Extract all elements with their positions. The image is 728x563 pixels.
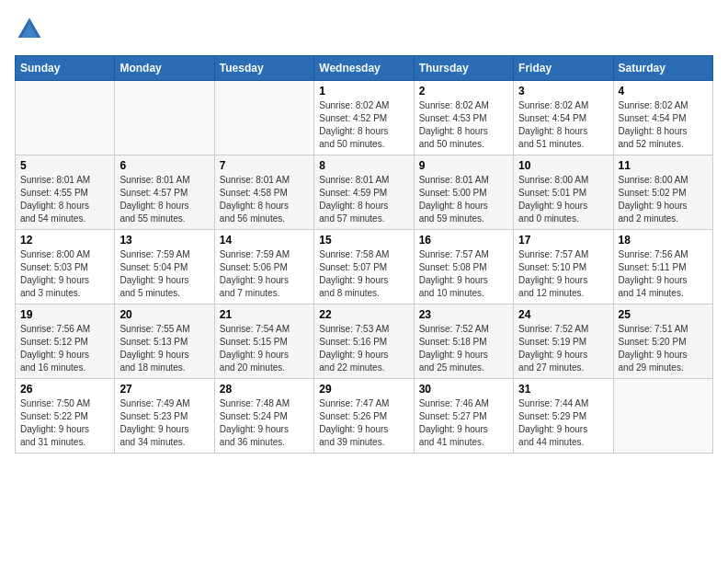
day-number: 11 [619,159,708,172]
day-info: Sunrise: 7:50 AM Sunset: 5:22 PM Dayligh… [20,397,109,449]
day-info: Sunrise: 8:01 AM Sunset: 4:57 PM Dayligh… [119,174,209,225]
calendar-cell: 19Sunrise: 7:56 AM Sunset: 5:12 PM Dayli… [16,304,115,379]
day-info: Sunrise: 7:46 AM Sunset: 5:27 PM Dayligh… [419,397,508,449]
day-info: Sunrise: 7:52 AM Sunset: 5:19 PM Dayligh… [518,323,608,374]
calendar-cell: 29Sunrise: 7:47 AM Sunset: 5:26 PM Dayli… [314,379,414,454]
day-of-week-header: Wednesday [314,56,414,81]
day-info: Sunrise: 7:49 AM Sunset: 5:23 PM Dayligh… [119,397,209,449]
calendar-cell: 3Sunrise: 8:02 AM Sunset: 4:54 PM Daylig… [514,81,613,155]
day-info: Sunrise: 7:59 AM Sunset: 5:04 PM Dayligh… [119,248,209,300]
day-number: 16 [419,234,508,247]
calendar-cell: 27Sunrise: 7:49 AM Sunset: 5:23 PM Dayli… [115,379,214,454]
day-info: Sunrise: 7:44 AM Sunset: 5:29 PM Dayligh… [518,397,608,449]
calendar-cell: 12Sunrise: 8:00 AM Sunset: 5:03 PM Dayli… [16,230,115,304]
calendar-cell: 25Sunrise: 7:51 AM Sunset: 5:20 PM Dayli… [613,304,712,379]
day-number: 17 [518,234,608,247]
calendar-cell: 6Sunrise: 8:01 AM Sunset: 4:57 PM Daylig… [115,155,214,230]
day-info: Sunrise: 7:52 AM Sunset: 5:18 PM Dayligh… [419,323,508,374]
day-of-week-header: Tuesday [214,56,313,81]
day-info: Sunrise: 7:48 AM Sunset: 5:24 PM Dayligh… [220,397,309,449]
day-info: Sunrise: 8:02 AM Sunset: 4:52 PM Dayligh… [319,99,408,151]
day-number: 6 [119,159,209,172]
day-info: Sunrise: 7:51 AM Sunset: 5:20 PM Dayligh… [619,323,708,374]
calendar-cell: 2Sunrise: 8:02 AM Sunset: 4:53 PM Daylig… [414,81,513,155]
day-of-week-header: Friday [514,56,613,81]
day-info: Sunrise: 7:53 AM Sunset: 5:16 PM Dayligh… [319,323,408,374]
calendar-cell: 7Sunrise: 8:01 AM Sunset: 4:58 PM Daylig… [214,155,313,230]
page-header [15,15,713,44]
calendar-week-row: 26Sunrise: 7:50 AM Sunset: 5:22 PM Dayli… [16,379,713,454]
calendar-cell: 8Sunrise: 8:01 AM Sunset: 4:59 PM Daylig… [314,155,414,230]
calendar-cell: 21Sunrise: 7:54 AM Sunset: 5:15 PM Dayli… [214,304,313,379]
day-info: Sunrise: 7:56 AM Sunset: 5:11 PM Dayligh… [619,248,708,300]
day-number: 4 [619,85,708,98]
day-number: 31 [518,383,608,396]
day-info: Sunrise: 8:01 AM Sunset: 4:55 PM Dayligh… [20,174,109,225]
calendar-week-row: 12Sunrise: 8:00 AM Sunset: 5:03 PM Dayli… [16,230,713,304]
day-of-week-header: Monday [115,56,214,81]
day-number: 10 [518,159,608,172]
day-info: Sunrise: 8:00 AM Sunset: 5:03 PM Dayligh… [20,248,109,300]
calendar-table: SundayMondayTuesdayWednesdayThursdayFrid… [15,55,713,454]
days-of-week-row: SundayMondayTuesdayWednesdayThursdayFrid… [16,56,713,81]
day-info: Sunrise: 8:00 AM Sunset: 5:02 PM Dayligh… [619,174,708,225]
day-info: Sunrise: 7:59 AM Sunset: 5:06 PM Dayligh… [220,248,309,300]
day-number: 21 [220,308,309,321]
day-of-week-header: Sunday [16,56,115,81]
calendar-cell: 31Sunrise: 7:44 AM Sunset: 5:29 PM Dayli… [514,379,613,454]
calendar-cell: 13Sunrise: 7:59 AM Sunset: 5:04 PM Dayli… [115,230,214,304]
calendar-cell: 5Sunrise: 8:01 AM Sunset: 4:55 PM Daylig… [16,155,115,230]
day-info: Sunrise: 7:57 AM Sunset: 5:10 PM Dayligh… [518,248,608,300]
day-number: 8 [319,159,408,172]
calendar-cell: 28Sunrise: 7:48 AM Sunset: 5:24 PM Dayli… [214,379,313,454]
calendar-week-row: 19Sunrise: 7:56 AM Sunset: 5:12 PM Dayli… [16,304,713,379]
day-number: 27 [119,383,209,396]
day-number: 23 [419,308,508,321]
day-number: 20 [119,308,209,321]
logo-icon [15,15,44,44]
calendar-week-row: 1Sunrise: 8:02 AM Sunset: 4:52 PM Daylig… [16,81,713,155]
calendar-cell: 22Sunrise: 7:53 AM Sunset: 5:16 PM Dayli… [314,304,414,379]
day-number: 12 [20,234,109,247]
day-info: Sunrise: 8:02 AM Sunset: 4:54 PM Dayligh… [619,99,708,151]
day-info: Sunrise: 7:57 AM Sunset: 5:08 PM Dayligh… [419,248,508,300]
day-number: 25 [619,308,708,321]
calendar-header: SundayMondayTuesdayWednesdayThursdayFrid… [16,56,713,81]
day-number: 9 [419,159,508,172]
calendar-week-row: 5Sunrise: 8:01 AM Sunset: 4:55 PM Daylig… [16,155,713,230]
day-info: Sunrise: 8:01 AM Sunset: 4:58 PM Dayligh… [220,174,309,225]
day-number: 13 [119,234,209,247]
day-number: 3 [518,85,608,98]
calendar-cell: 15Sunrise: 7:58 AM Sunset: 5:07 PM Dayli… [314,230,414,304]
calendar-cell: 14Sunrise: 7:59 AM Sunset: 5:06 PM Dayli… [214,230,313,304]
day-number: 1 [319,85,408,98]
day-info: Sunrise: 7:47 AM Sunset: 5:26 PM Dayligh… [319,397,408,449]
calendar-cell: 9Sunrise: 8:01 AM Sunset: 5:00 PM Daylig… [414,155,513,230]
day-info: Sunrise: 8:02 AM Sunset: 4:54 PM Dayligh… [518,99,608,151]
day-info: Sunrise: 7:56 AM Sunset: 5:12 PM Dayligh… [20,323,109,374]
day-of-week-header: Thursday [414,56,513,81]
day-number: 28 [220,383,309,396]
calendar-cell [214,81,313,155]
calendar-cell: 18Sunrise: 7:56 AM Sunset: 5:11 PM Dayli… [613,230,712,304]
day-info: Sunrise: 7:54 AM Sunset: 5:15 PM Dayligh… [220,323,309,374]
calendar-cell: 4Sunrise: 8:02 AM Sunset: 4:54 PM Daylig… [613,81,712,155]
calendar-cell: 23Sunrise: 7:52 AM Sunset: 5:18 PM Dayli… [414,304,513,379]
calendar-cell: 30Sunrise: 7:46 AM Sunset: 5:27 PM Dayli… [414,379,513,454]
calendar-cell: 1Sunrise: 8:02 AM Sunset: 4:52 PM Daylig… [314,81,414,155]
calendar-cell [16,81,115,155]
day-info: Sunrise: 8:01 AM Sunset: 5:00 PM Dayligh… [419,174,508,225]
calendar-cell: 10Sunrise: 8:00 AM Sunset: 5:01 PM Dayli… [514,155,613,230]
calendar-cell [115,81,214,155]
calendar-cell: 20Sunrise: 7:55 AM Sunset: 5:13 PM Dayli… [115,304,214,379]
day-info: Sunrise: 8:01 AM Sunset: 4:59 PM Dayligh… [319,174,408,225]
calendar-cell: 24Sunrise: 7:52 AM Sunset: 5:19 PM Dayli… [514,304,613,379]
day-number: 26 [20,383,109,396]
day-number: 18 [619,234,708,247]
day-number: 15 [319,234,408,247]
day-number: 5 [20,159,109,172]
day-number: 14 [220,234,309,247]
calendar-cell: 16Sunrise: 7:57 AM Sunset: 5:08 PM Dayli… [414,230,513,304]
day-number: 7 [220,159,309,172]
day-number: 29 [319,383,408,396]
